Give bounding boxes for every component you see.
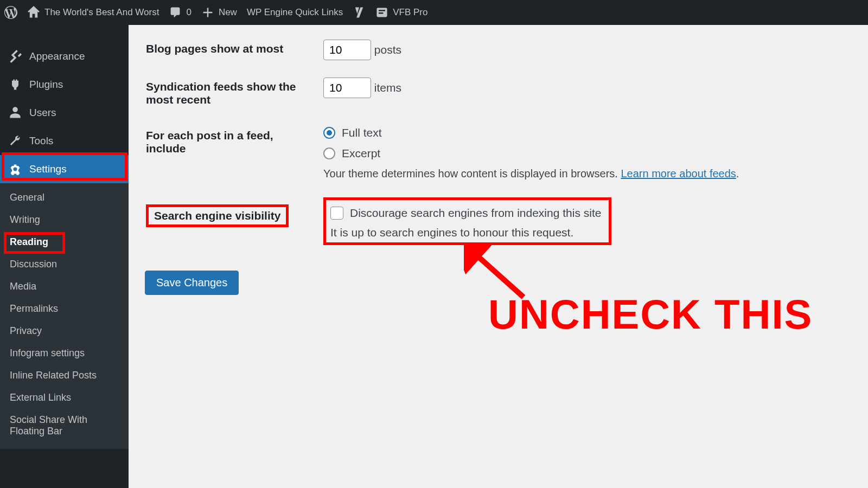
submenu-general[interactable]: General xyxy=(0,187,129,209)
blog-pages-label: Blog pages show at most xyxy=(146,31,317,68)
feed-fulltext-radio[interactable] xyxy=(323,127,335,139)
plugins-icon xyxy=(9,78,22,91)
sev-description: It is up to search engines to honour thi… xyxy=(330,226,601,239)
feed-excerpt-radio[interactable] xyxy=(323,147,335,159)
sev-checkbox[interactable] xyxy=(330,207,343,220)
save-changes-button[interactable]: Save Changes xyxy=(145,271,239,295)
submenu-external-links[interactable]: External Links xyxy=(0,387,129,409)
syndication-suffix: items xyxy=(374,81,401,94)
submenu-privacy[interactable]: Privacy xyxy=(0,320,129,342)
admin-sidebar: Appearance Plugins Users Tools Settings … xyxy=(0,25,129,488)
settings-form-table: Blog pages show at most posts Syndicatio… xyxy=(145,30,852,254)
feed-description: Your theme determines how content is dis… xyxy=(323,168,621,179)
settings-reading-content: Blog pages show at most posts Syndicatio… xyxy=(129,25,868,488)
site-name[interactable]: The World's Best And Worst xyxy=(27,6,159,19)
wpengine-link[interactable]: WP Engine Quick Links xyxy=(247,7,343,18)
users-icon xyxy=(9,106,22,119)
sev-checkbox-label: Discourage search engines from indexing … xyxy=(350,207,601,220)
blog-pages-input[interactable] xyxy=(323,40,371,60)
plus-icon xyxy=(201,6,214,19)
new-content[interactable]: New xyxy=(201,6,237,19)
comments-count: 0 xyxy=(186,7,191,18)
settings-icon xyxy=(9,163,22,176)
syndication-label: Syndication feeds show the most recent xyxy=(146,69,317,117)
submenu-reading[interactable]: Reading xyxy=(0,231,129,253)
form-icon xyxy=(375,6,388,19)
submenu-social-share[interactable]: Social Share With Floating Bar xyxy=(0,409,129,442)
sidebar-users[interactable]: Users xyxy=(0,99,129,127)
new-label: New xyxy=(219,7,237,18)
wordpress-icon xyxy=(4,6,17,19)
feed-excerpt-label: Excerpt xyxy=(342,147,380,160)
feed-learn-more-link[interactable]: Learn more about feeds xyxy=(621,168,736,179)
svg-rect-2 xyxy=(379,12,383,14)
wp-logo[interactable] xyxy=(4,6,17,19)
yoast-link[interactable] xyxy=(353,6,366,19)
sidebar-tools[interactable]: Tools xyxy=(0,127,129,155)
feed-include-label: For each post in a feed, include xyxy=(146,118,317,188)
submenu-infogram[interactable]: Infogram settings xyxy=(0,342,129,364)
home-icon xyxy=(27,6,40,19)
comments-link[interactable]: 0 xyxy=(169,6,191,19)
comment-icon xyxy=(169,6,182,19)
appearance-icon xyxy=(9,50,22,63)
submenu-inline-related[interactable]: Inline Related Posts xyxy=(0,364,129,387)
blog-pages-suffix: posts xyxy=(374,43,401,56)
sidebar-appearance[interactable]: Appearance xyxy=(0,42,129,70)
syndication-input[interactable] xyxy=(323,78,371,98)
admin-bar: The World's Best And Worst 0 New WP Engi… xyxy=(0,0,868,25)
feed-fulltext-label: Full text xyxy=(342,126,382,139)
submenu-discussion[interactable]: Discussion xyxy=(0,253,129,275)
svg-rect-1 xyxy=(379,10,385,11)
vfb-pro-link[interactable]: VFB Pro xyxy=(375,6,427,19)
submenu-media[interactable]: Media xyxy=(0,275,129,298)
submenu-permalinks[interactable]: Permalinks xyxy=(0,298,129,320)
tools-icon xyxy=(9,134,22,147)
site-title: The World's Best And Worst xyxy=(44,7,159,18)
sidebar-plugins[interactable]: Plugins xyxy=(0,70,129,99)
sev-label: Search engine visibility xyxy=(146,204,289,227)
submenu-writing[interactable]: Writing xyxy=(0,209,129,231)
annotation-box-discourage: Discourage search engines from indexing … xyxy=(323,197,611,245)
yoast-icon xyxy=(353,6,366,19)
settings-submenu: General Writing Reading Discussion Media… xyxy=(0,183,129,449)
sidebar-settings[interactable]: Settings xyxy=(0,155,129,183)
